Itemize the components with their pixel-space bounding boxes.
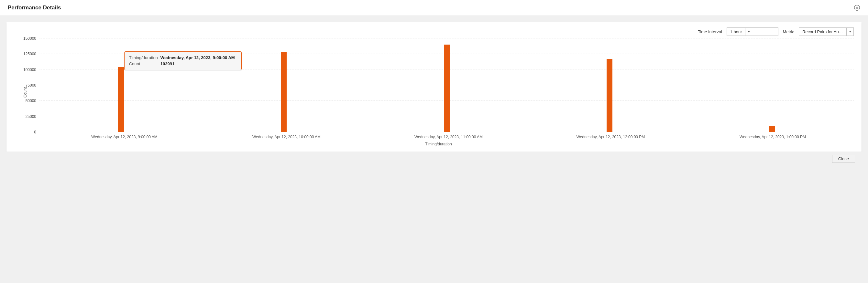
close-icon[interactable] bbox=[854, 4, 860, 11]
chart-controls: Time Interval 1 hour ▼ Metric Record Pai… bbox=[14, 28, 854, 36]
dialog-header: Performance Details bbox=[0, 0, 868, 16]
tooltip-key: Count bbox=[129, 61, 160, 67]
dialog-body: Time Interval 1 hour ▼ Metric Record Pai… bbox=[0, 16, 868, 174]
plot-area: Timing/durationWednesday, Apr 12, 2023, … bbox=[39, 38, 854, 132]
y-axis-label: Count bbox=[23, 87, 28, 98]
x-tick: Wednesday, Apr 12, 2023, 10:00:00 AM bbox=[206, 132, 368, 139]
chart: Count 1500001250001000007500050000250000… bbox=[23, 38, 854, 146]
x-tick: Wednesday, Apr 12, 2023, 12:00:00 PM bbox=[530, 132, 692, 139]
tooltip-key: Timing/duration bbox=[129, 55, 160, 61]
x-tick: Wednesday, Apr 12, 2023, 1:00:00 PM bbox=[692, 132, 854, 139]
chart-tooltip: Timing/durationWednesday, Apr 12, 2023, … bbox=[124, 51, 242, 70]
performance-details-dialog: Performance Details Time Interval 1 hour… bbox=[0, 0, 868, 174]
tooltip-value: 103991 bbox=[160, 61, 237, 67]
metric-label: Metric bbox=[783, 29, 794, 34]
bar[interactable] bbox=[118, 67, 124, 132]
bar[interactable] bbox=[281, 52, 287, 132]
metric-select[interactable]: Record Pairs for Automate... ▼ bbox=[799, 28, 854, 36]
time-interval-value: 1 hour bbox=[727, 29, 745, 34]
chart-card: Time Interval 1 hour ▼ Metric Record Pai… bbox=[6, 22, 862, 151]
gridline bbox=[39, 38, 854, 38]
bar[interactable] bbox=[444, 44, 450, 132]
x-tick: Wednesday, Apr 12, 2023, 9:00:00 AM bbox=[43, 132, 206, 139]
tooltip-value: Wednesday, Apr 12, 2023, 9:00:00 AM bbox=[160, 55, 237, 61]
metric-value: Record Pairs for Automate... bbox=[799, 29, 846, 34]
bar[interactable] bbox=[769, 126, 775, 132]
x-axis-ticks: Wednesday, Apr 12, 2023, 9:00:00 AMWedne… bbox=[43, 132, 854, 139]
x-tick: Wednesday, Apr 12, 2023, 11:00:00 AM bbox=[368, 132, 530, 139]
dialog-footer: Close bbox=[6, 151, 862, 167]
caret-down-icon: ▼ bbox=[745, 28, 752, 36]
dialog-title: Performance Details bbox=[8, 4, 61, 11]
time-interval-label: Time Interval bbox=[698, 29, 722, 34]
time-interval-select[interactable]: 1 hour ▼ bbox=[726, 28, 778, 36]
x-axis-label: Timing/duration bbox=[23, 142, 854, 146]
caret-down-icon: ▼ bbox=[846, 28, 854, 36]
y-axis-ticks: 1500001250001000007500050000250000 bbox=[23, 38, 39, 132]
bar[interactable] bbox=[607, 59, 613, 132]
close-button[interactable]: Close bbox=[832, 155, 855, 163]
